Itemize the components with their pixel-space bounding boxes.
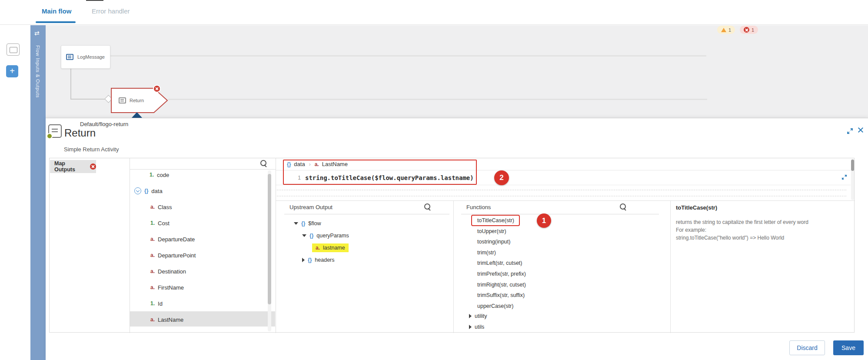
function-trimsuffix[interactable]: trimSuffix(str, suffix) [477,290,525,300]
flow-tab-bar: Main flow Error handler [0,0,868,25]
upstream-item-lastname[interactable]: a. lastname [312,243,349,253]
tree-item-data[interactable]: {} data [134,184,163,198]
collapsed-chevron-icon[interactable] [469,314,472,318]
tree-item-cost[interactable]: 1. Cost [150,216,170,230]
function-doc-example: string.toTitleCase("hello world") => Hel… [676,235,784,241]
expression-breadcrumb: {} data › a. LastName [276,158,851,170]
function-trimprefix[interactable]: trimPrefix(str, prefix) [477,269,526,279]
tree-item-label: data [151,188,162,194]
panel-pointer-caret [131,112,143,118]
tree-item-label: code [157,172,169,178]
tree-item-destination[interactable]: a. Destination [150,264,186,278]
flow-canvas[interactable]: LogMessage Return 1 1 [46,25,868,118]
panel-title: Return [64,127,96,139]
breadcrumb-field[interactable]: LastName [322,161,348,167]
discard-button[interactable]: Discard [789,340,825,355]
connector-elbow-vertical [70,69,71,100]
warning-icon [721,28,726,32]
save-button[interactable]: Save [833,340,864,355]
string-type-icon: a. [150,204,155,210]
panel-expand-button[interactable] [847,128,853,136]
add-activity-button[interactable]: + [6,65,18,77]
tree-item-label: Cost [158,220,170,227]
function-doc-description: returns the string to capitalize the fir… [676,219,850,225]
upstream-output-title: Upstream Output [289,204,333,210]
functions-search-icon[interactable] [620,203,627,210]
editor-expand-button[interactable] [841,174,847,182]
function-toupper[interactable]: toUpper(str) [477,226,506,237]
annotation-step-2: 2 [494,170,509,185]
object-type-icon: {} [308,257,312,263]
expression-editor-line[interactable]: 1 string.toTitleCase($flow.queryParams.l… [276,170,851,185]
tree-item-code[interactable]: 1. code [150,168,169,182]
collapse-chevron-icon[interactable] [134,187,141,194]
upstream-item-label: lastname [323,245,345,251]
tree-item-departuredate[interactable]: a. DepartureDate [150,232,195,246]
panel-close-button[interactable] [857,126,865,134]
upstream-item-headers[interactable]: {} headers [302,255,335,265]
collapsed-chevron-icon[interactable] [469,325,472,329]
panel-subtitle: Simple Return Activity [64,146,119,153]
function-tostring[interactable]: tostring(input) [477,237,510,247]
node-return[interactable]: Return [111,88,168,113]
tree-scrollbar-thumb[interactable] [268,174,271,304]
breadcrumb-separator: › [309,161,311,167]
map-outputs-tab[interactable]: Map Outputs [50,160,96,173]
tree-item-label: DeparturePoint [158,252,196,259]
number-type-icon: 1. [150,300,155,307]
tree-item-label: FirstName [158,284,184,291]
search-icon [260,160,267,167]
rail-label: Flow Inputs & Outputs [35,45,40,98]
upstream-item-queryparams[interactable]: {} queryParams [302,230,349,241]
line-number: 1 [291,175,301,181]
function-group-label: utility [475,313,487,319]
function-trimright[interactable]: trimRight(str, cutset) [477,280,526,290]
flow-inputs-outputs-rail[interactable]: ⇄ Flow Inputs & Outputs [30,25,46,360]
warning-count-badge[interactable]: 1 [717,26,735,34]
tree-item-departurepoint[interactable]: a. DeparturePoint [150,248,196,262]
tree-item-label: Class [158,204,172,210]
expression-code[interactable]: string.toTitleCase($flow.queryParams.las… [305,174,474,181]
output-mapper: Map Outputs 1. code {} data a. Class [49,158,855,333]
function-doc-title: toTitleCase(str) [676,204,717,211]
divider [453,200,454,333]
collapsed-chevron-icon[interactable] [302,258,305,262]
upstream-item-flow[interactable]: {} $flow [294,218,321,229]
function-trim[interactable]: trim(str) [477,247,496,258]
editor-scrollbar-thumb[interactable] [851,160,854,171]
error-count-badge[interactable]: 1 [740,26,758,34]
tree-scrollbar[interactable] [268,170,271,331]
expanded-chevron-icon[interactable] [294,222,298,225]
upstream-search-icon[interactable] [424,203,431,210]
function-uppercase[interactable]: upperCase(str) [477,301,513,311]
function-group-utility[interactable]: utility [469,311,487,321]
breadcrumb-root[interactable]: data [294,161,305,167]
string-type-icon: a. [150,317,155,323]
flow-properties-button[interactable] [7,43,20,56]
divider [461,214,659,214]
string-type-icon: a. [150,236,155,242]
node-return-label: Return [130,98,144,103]
tree-item-lastname[interactable]: a. LastName [150,313,183,327]
divider [284,214,449,214]
tree-item-label: DepartureDate [158,236,195,243]
editor-scrollbar[interactable] [851,159,854,200]
tree-item-firstname[interactable]: a. FirstName [150,280,184,294]
expanded-chevron-icon[interactable] [302,234,306,237]
error-count: 1 [752,27,754,33]
tab-error-handler[interactable]: Error handler [92,7,130,15]
error-icon [744,27,749,33]
function-group-utils[interactable]: utils [469,322,484,332]
connector-line-bottom [168,99,707,100]
tab-main-flow[interactable]: Main flow [42,7,71,15]
node-logmessage[interactable]: LogMessage [61,45,110,69]
string-type-icon: a. [316,245,320,251]
function-trimleft[interactable]: trimLeft(str, cutset) [477,258,522,268]
number-type-icon: 1. [150,172,154,178]
tree-item-label: Destination [158,268,186,275]
function-totitlecase[interactable]: toTitleCase(str) [477,215,514,226]
tree-item-id[interactable]: 1. Id [150,297,163,310]
map-outputs-label: Map Outputs [54,160,87,173]
tree-item-class[interactable]: a. Class [150,200,172,214]
upstream-item-label: queryParams [316,233,349,239]
